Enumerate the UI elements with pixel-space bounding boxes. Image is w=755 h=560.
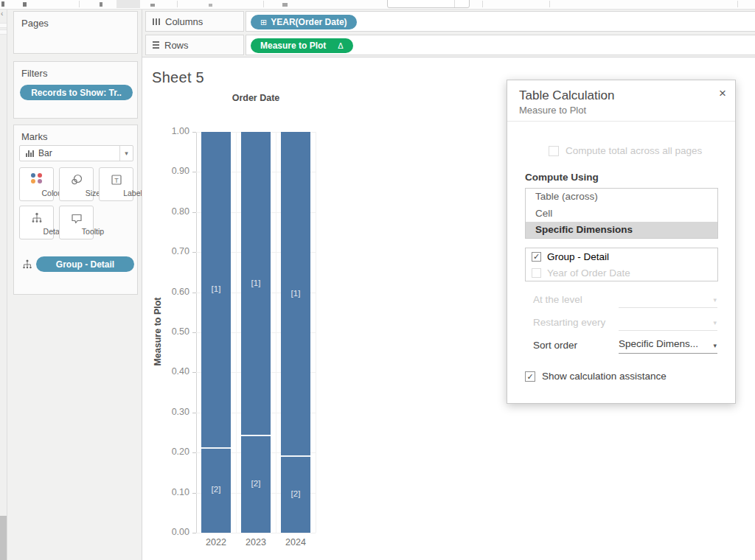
toolbar-dropdown-remnant[interactable] — [387, 0, 470, 8]
pill-year-order-date[interactable]: ⊞ YEAR(Order Date) — [251, 15, 357, 29]
y-tick-label: 0.70 — [142, 246, 189, 256]
pill-measure-to-plot[interactable]: Measure to Plot Δ — [251, 38, 353, 53]
compute-total-row: Compute total across all pages — [549, 145, 702, 156]
tooltip-button[interactable]: Tooltip — [59, 206, 94, 239]
dialog-title: Table Calculation — [519, 88, 614, 103]
dialog-divider — [507, 121, 735, 122]
toolbar-button-remnant[interactable] — [1, 1, 4, 7]
stacked-bar[interactable]: [1][2] — [281, 132, 310, 533]
columns-shelf-label: Columns — [145, 11, 244, 32]
rows-shelf-pills[interactable]: Measure to Plot Δ — [246, 35, 755, 55]
columns-icon — [153, 18, 160, 25]
y-tick-label: 0.10 — [142, 487, 189, 497]
gridline — [196, 533, 316, 533]
assistance-row: ✓ Show calculation assistance — [525, 371, 667, 382]
sheet-title: Sheet 5 — [152, 69, 204, 86]
stacked-bar[interactable]: [1][2] — [241, 132, 271, 533]
at-the-level-label: At the level — [533, 294, 582, 305]
sort-order-value: Specific Dimens... — [619, 338, 698, 349]
y-tick-label: 0.00 — [142, 527, 189, 537]
bar-label-top: [1] — [241, 279, 271, 287]
tick-mark — [192, 293, 196, 293]
toolbar-button-pressed[interactable] — [116, 0, 140, 8]
year-order-date-label: Year of Order Date — [547, 267, 630, 279]
pill-text: YEAR(Order Date) — [271, 17, 347, 27]
tick-mark — [192, 493, 196, 494]
chevron-down-icon[interactable]: ▾ — [119, 146, 133, 161]
tableau-window: { "theme": { "pill_blue": "#5096b4", "pi… — [0, 0, 755, 560]
detail-icon — [20, 211, 53, 225]
compute-total-label: Compute total across all pages — [566, 145, 702, 156]
y-axis-ticks: 1.000.900.800.700.600.500.400.300.200.10… — [142, 132, 189, 533]
rows-icon — [153, 41, 159, 49]
toolbar-button-remnant[interactable] — [23, 2, 27, 7]
tick-mark — [192, 533, 196, 533]
dimension-row-year-order-date[interactable]: Year of Order Date — [526, 265, 717, 281]
option-cell[interactable]: Cell — [526, 206, 717, 223]
y-tick-label: 0.30 — [142, 407, 189, 417]
table-calculation-dialog: Table Calculation Measure to Plot × Comp… — [507, 80, 736, 404]
collapsed-data-pane: ‹ — [0, 10, 7, 560]
sort-order-dropdown[interactable]: Specific Dimens... ▾ — [619, 338, 717, 354]
y-tick-label: 0.40 — [142, 366, 189, 377]
bar-label-bottom: [2] — [281, 489, 310, 498]
delta-icon: Δ — [338, 41, 343, 50]
option-table-across[interactable]: Table (across) — [526, 189, 717, 206]
rows-shelf: Rows Measure to Plot Δ — [142, 33, 755, 57]
toolbar-button-remnant[interactable] — [150, 4, 155, 7]
bar-label-top: [1] — [201, 284, 231, 293]
at-the-level-row: At the level ▾ — [533, 294, 719, 309]
toolbar-separator — [79, 1, 80, 7]
y-tick-label: 0.60 — [142, 287, 189, 297]
assistance-checkbox[interactable]: ✓ — [525, 371, 535, 382]
toolbar-separator — [737, 1, 738, 7]
x-category-label: 2023 — [236, 537, 276, 547]
tick-mark — [192, 372, 196, 373]
colour-icon — [20, 173, 53, 183]
tooltip-label: Tooltip — [77, 227, 110, 236]
restarting-every-row: Restarting every ▾ — [533, 317, 719, 332]
pane-separator — [316, 132, 316, 533]
compute-using-listbox: Table (across) Cell Specific Dimensions — [525, 188, 718, 239]
encoding-pill-group-detail[interactable]: Group - Detail — [36, 256, 134, 272]
filters-shelf[interactable]: Filters Records to Show: Tr.. — [13, 61, 138, 119]
pane-separator — [236, 132, 237, 533]
year-order-date-checkbox[interactable] — [532, 268, 541, 278]
tick-mark — [192, 332, 196, 333]
marks-card: Marks Bar ▾ Colour Size T Label — [13, 125, 138, 295]
tick-mark — [192, 132, 196, 133]
toolbar-button-remnant[interactable] — [209, 4, 212, 7]
toolbar-partial — [0, 0, 755, 10]
expand-icon[interactable]: ⊞ — [260, 18, 267, 27]
option-specific-dimensions[interactable]: Specific Dimensions — [526, 222, 717, 239]
pages-shelf[interactable]: Pages — [13, 11, 138, 54]
sort-order-row: Sort order Specific Dimens... ▾ — [533, 340, 719, 355]
at-the-level-dropdown: ▾ — [619, 293, 717, 308]
toolbar-button-remnant[interactable] — [100, 2, 102, 7]
close-icon[interactable]: × — [719, 86, 726, 101]
size-icon — [60, 173, 93, 186]
toolbar-button-remnant[interactable] — [282, 3, 288, 7]
y-tick-label: 0.20 — [142, 447, 189, 457]
dimension-row-group-detail[interactable]: ✓ Group - Detail — [526, 248, 717, 265]
size-button[interactable]: Size — [59, 167, 94, 201]
collapse-pane-icon[interactable]: ‹ — [1, 10, 3, 18]
label-icon: T — [100, 173, 133, 186]
filters-title: Filters — [21, 68, 47, 79]
column-field-label: Order Date — [196, 93, 316, 103]
group-detail-checkbox[interactable]: ✓ — [532, 252, 541, 262]
marks-title: Marks — [21, 131, 47, 142]
encoding-row: Group - Detail — [21, 256, 134, 272]
y-tick-label: 0.80 — [142, 206, 189, 217]
bar-label-bottom: [2] — [201, 485, 231, 494]
colour-button[interactable]: Colour — [19, 167, 54, 201]
columns-text: Columns — [165, 16, 203, 27]
stacked-bar[interactable]: [1][2] — [201, 132, 231, 533]
columns-shelf-pills[interactable]: ⊞ YEAR(Order Date) — [246, 11, 755, 32]
scrollbar-thumb[interactable] — [0, 516, 7, 560]
filter-pill-records-to-show[interactable]: Records to Show: Tr.. — [20, 85, 133, 100]
mark-type-dropdown[interactable]: Bar ▾ — [19, 145, 133, 161]
detail-button[interactable]: Detail — [19, 206, 54, 239]
label-button[interactable]: T Label — [99, 167, 133, 201]
x-category-label: 2022 — [196, 537, 236, 547]
